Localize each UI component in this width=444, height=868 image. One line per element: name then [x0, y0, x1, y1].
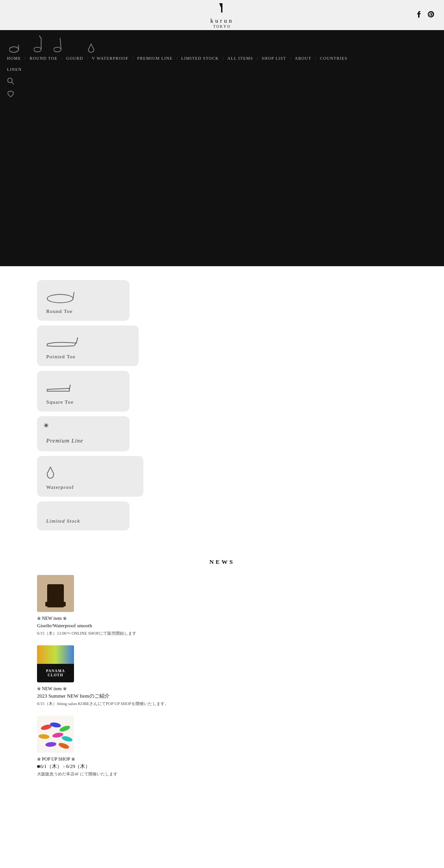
premium-icon: [54, 425, 120, 434]
news-text-3: ※ POP UP SHOP ※ ■6/1（木） - 6/29（木） 大阪阪急うめ…: [37, 756, 407, 777]
premium-line-label: Premium Line: [46, 437, 120, 444]
svg-line-6: [39, 36, 41, 38]
svg-rect-15: [37, 575, 74, 612]
nav-waterproof[interactable]: V WATERPROOF: [92, 56, 128, 61]
svg-point-2: [9, 47, 18, 52]
svg-point-9: [8, 78, 12, 83]
square-toe-label: Square Toe: [46, 399, 120, 405]
nav-shop-list[interactable]: SHOP LIST: [262, 56, 286, 61]
nav-icon-tall2[interactable]: [54, 36, 62, 53]
news-item-1[interactable]: ※ NEW item ※ Giselle/Waterproof smooth 6…: [37, 575, 407, 636]
sub-nav: LINEN: [0, 63, 444, 74]
nav-linen[interactable]: LINEN: [7, 67, 22, 72]
panama-cloth-bottom: PANAMACLOTH: [37, 664, 74, 682]
nav-icon-round[interactable]: [9, 43, 22, 53]
pointed-toe-icon: [46, 334, 130, 350]
svg-line-13: [76, 337, 78, 343]
panama-cloth-top: [37, 645, 74, 664]
nav-home[interactable]: HOME: [7, 56, 21, 61]
logo-icon: [216, 1, 228, 17]
nav-premium[interactable]: PREMIUM LINE: [137, 56, 173, 61]
logo-sub: TOKYO: [213, 25, 231, 29]
nav-gourd[interactable]: GOURD: [66, 56, 83, 61]
svg-marker-1: [219, 3, 221, 8]
logo-text: kurun: [210, 17, 234, 25]
hero-section: HOME / ROUND TOE / GOURD / V WATERPROOF …: [0, 30, 444, 266]
news-image-3: [37, 716, 74, 753]
nav-icon-waterproof[interactable]: [87, 43, 95, 53]
news-flag-1: ※ NEW item ※: [37, 616, 67, 621]
svg-point-18: [52, 586, 59, 599]
limited-stock-label: Limited Stock: [46, 518, 120, 524]
news-title: NEWS: [37, 558, 407, 566]
category-card-pointed-toe[interactable]: Pointed Toe: [37, 325, 139, 366]
logo[interactable]: kurun TOKYO: [210, 1, 234, 29]
news-item-3[interactable]: ※ POP UP SHOP ※ ■6/1（木） - 6/29（木） 大阪阪急うめ…: [37, 716, 407, 777]
svg-rect-16: [47, 584, 64, 606]
nav-round-toe[interactable]: ROUND TOE: [30, 56, 57, 61]
svg-rect-0: [221, 3, 222, 12]
news-section: NEWS ※ NEW item ※ Giselle/Waterproof smo…: [0, 549, 444, 800]
pointed-toe-label: Pointed Toe: [46, 354, 130, 359]
search-icon[interactable]: [7, 77, 437, 87]
news-flag-2: ※ NEW item ※: [37, 686, 67, 691]
header: kurun TOKYO: [0, 0, 444, 30]
category-card-waterproof[interactable]: Waterproof: [37, 456, 143, 497]
square-toe-icon: [46, 379, 120, 395]
news-text-2: ※ NEW item ※ 2023 Summer NEW Itemのご紹介 6/…: [37, 685, 407, 706]
svg-line-10: [12, 82, 14, 85]
category-card-round-toe[interactable]: Round Toe: [37, 280, 130, 321]
categories-section: Round Toe Pointed Toe Square Toe ✳ Premi…: [0, 266, 444, 549]
news-headline-1: Giselle/Waterproof smooth: [37, 622, 407, 630]
nav-icons: [0, 30, 444, 53]
svg-point-11: [47, 294, 73, 303]
category-card-limited-stock[interactable]: Limited Stock: [37, 501, 130, 531]
news-desc-3: 大阪阪急うめだ本店4F にて開催いたします: [37, 771, 407, 777]
waterproof-icon: [46, 464, 134, 481]
news-flag-3: ※ POP UP SHOP ※: [37, 756, 75, 762]
nav-limited[interactable]: LIMITED STOCK: [181, 56, 219, 61]
round-toe-icon: [46, 288, 120, 305]
facebook-icon[interactable]: [415, 11, 423, 20]
news-image-1: [37, 575, 74, 612]
news-desc-2: 6/15（木）fitting salon KOBEさんにてPOP UP SHOP…: [37, 701, 407, 707]
svg-line-12: [73, 292, 74, 299]
heart-icon[interactable]: [7, 90, 437, 100]
nav-all-items[interactable]: ALL ITEMS: [228, 56, 253, 61]
pinterest-icon[interactable]: [427, 11, 435, 20]
nav-countries[interactable]: COUNTRIES: [320, 56, 348, 61]
limited-icon: [46, 510, 120, 514]
news-text-1: ※ NEW item ※ Giselle/Waterproof smooth 6…: [37, 615, 407, 636]
news-headline-2: 2023 Summer NEW Itemのご紹介: [37, 692, 407, 700]
svg-point-7: [54, 47, 61, 52]
news-desc-1: 6/15（木）12:00〜 ONLINE SHOPにて販売開始します: [37, 631, 407, 637]
waterproof-label: Waterproof: [46, 484, 134, 490]
main-nav: HOME / ROUND TOE / GOURD / V WATERPROOF …: [0, 53, 444, 63]
utility-icons: [0, 74, 444, 103]
category-card-square-toe[interactable]: Square Toe: [37, 371, 130, 412]
news-headline-3: ■6/1（木） - 6/29（木）: [37, 762, 407, 770]
news-item-2[interactable]: PANAMACLOTH ※ NEW item ※ 2023 Summer NEW…: [37, 645, 407, 706]
news-image-2: PANAMACLOTH: [37, 645, 74, 682]
premium-star-icon: ✳: [43, 422, 49, 430]
nav-icon-tall1[interactable]: [34, 35, 42, 53]
social-links: [415, 11, 435, 20]
nav-about[interactable]: ABOUT: [295, 56, 311, 61]
svg-point-4: [34, 47, 41, 52]
svg-rect-17: [45, 602, 66, 606]
category-card-premium-line[interactable]: ✳ Premium Line: [37, 416, 130, 451]
round-toe-label: Round Toe: [46, 308, 120, 314]
svg-line-14: [69, 385, 70, 389]
